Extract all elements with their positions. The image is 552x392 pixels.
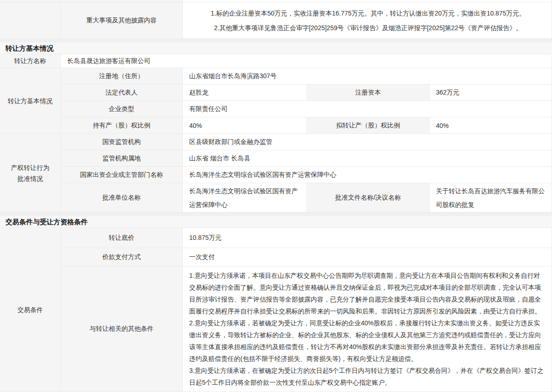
condition-clause-2: 2.意向受让方须承诺，若被确定为受让方，同意受让标的企业40%股权后，承接履行转… [189,317,545,365]
field-label: 转让方名称 [0,54,61,68]
group-label-spacer [0,2,61,39]
field-value: 关于转让长岛百达旅游汽车服务有限公司股权的批复 [430,183,552,212]
field-label: 转让底价 [61,228,183,248]
field-value: 长岛海洋生态文明综合试验区国有资产运营保障中心 [183,183,307,212]
field-label: 法定代表人 [61,85,183,101]
field-value: 40% [183,117,307,134]
field-value: 一次支付 [183,248,552,266]
field-label: 重大事项及其他披露内容 [61,2,183,39]
field-value: 362万元 [430,85,552,101]
section-transferor: 转让方基本情况 转让方名称 长岛县晟达旅游客运有限公司 转让方基本情况 注册地（… [0,42,552,212]
table-row: 持有产（股）权比例 40% 拟转让产（股）权比例 40% [61,117,552,134]
table-row: 注册地（住所） 山东省烟台市长岛海滨路307号 [61,68,552,85]
field-value: 长岛海洋生态文明综合试验区国有资产运营保障中心 [183,167,552,183]
section-divider [0,39,552,42]
field-label: 国资监管机构 [61,134,183,150]
field-label: 批准文件名称/决议名称 [307,183,430,212]
section-title: 转让方基本情况 [0,42,552,54]
disclosure-line-2: 2.其他重大事项详见鲁浩正会审字[2025]259号《审计报告》及烟浩正评报字[… [214,21,522,35]
group-label: 交易条件 [0,228,61,392]
transferor-basic-group: 转让方基本情况 注册地（住所） 山东省烟台市长岛海滨路307号 法定代表人 赵胜… [0,68,552,134]
section-divider [0,212,552,216]
field-label: 持有产（股）权比例 [61,117,183,134]
table-row: 重大事项及其他披露内容 1.标的企业注册资本50万元，实收注册资本16.775万… [0,2,552,39]
field-label: 批准单位名称 [61,183,183,212]
table-row: 转让方名称 长岛县晟达旅游客运有限公司 [0,54,552,68]
table-row: 国资监管机构 区县级财政部门或金融办监管 [61,134,552,150]
table-row: 企业类型 有限责任公司 [61,101,552,117]
condition-clause-1: 1.意向受让方须承诺，本项目在山东产权交易中心公告期即为尽职调查期，意向受让方在… [189,270,545,317]
table-row: 批准单位名称 长岛海洋生态文明综合试验区国有资产运营保障中心 批准文件名称/决议… [61,183,552,212]
field-label: 注册资本 [307,85,430,101]
table-row: 监管机构属地 山东省 烟台市 长岛县 [61,150,552,167]
section-deal-conditions: 交易条件与受让方资格条件 交易条件 转让底价 10.875万元 价款支付方式 一… [0,216,552,392]
field-label: 国家出资企业或主管部门名称 [61,167,183,183]
table-row: 转让底价 10.875万元 [61,228,552,248]
table-row: 国家出资企业或主管部门名称 长岛海洋生态文明综合试验区国有资产运营保障中心 [61,167,552,183]
field-label: 拟转让产（股）权比例 [307,117,430,134]
field-value: 山东省烟台市长岛海滨路307号 [183,68,552,85]
field-label: 企业类型 [61,101,183,117]
field-value: 10.875万元 [183,228,552,248]
section-title: 交易条件与受让方资格条件 [0,216,552,228]
field-value: 长岛县晟达旅游客运有限公司 [61,54,552,68]
field-value: 有限责任公司 [183,101,552,117]
section-disclosure: 重大事项及其他披露内容 1.标的企业注册资本50万元，实收注册资本16.775万… [0,0,552,39]
disclosure-line-1: 1.标的企业注册资本50万元，实收注册资本16.775万元。其中，转让方认缴出资… [211,6,525,21]
field-value: 40% [430,117,552,134]
field-label: 与转让相关的其他条件 [61,266,183,392]
approval-group: 产权转让行为 批准情况 国资监管机构 区县级财政部门或金融办监管 监管机构属地 … [0,134,552,212]
group-label: 转让方基本情况 [0,68,61,134]
field-label: 监管机构属地 [61,150,183,167]
group-label: 产权转让行为 批准情况 [0,134,61,212]
table-row: 法定代表人 赵胜龙 注册资本 362万元 [61,85,552,101]
field-value: 赵胜龙 [183,85,307,101]
listing-page: { "colors": { "page_bg": "#f0f0f0", "lab… [0,0,552,392]
group-label-line-1: 产权转让行为 [11,162,49,173]
condition-clause-3: 3.意向受让方须承诺，在被确定为受让方的次日起5个工作日内与转让方签订《产权交易… [189,365,545,388]
field-label: 注册地（住所） [61,68,183,85]
field-value: 山东省 烟台市 长岛县 [183,150,552,167]
field-value: 1.意向受让方须承诺，本项目在山东产权交易中心公告期即为尽职调查期，意向受让方在… [183,266,552,392]
table-row: 价款支付方式 一次支付 [61,248,552,266]
field-value: 1.标的企业注册资本50万元，实收注册资本16.775万元。其中，转让方认缴出资… [183,2,552,39]
deal-group: 交易条件 转让底价 10.875万元 价款支付方式 一次支付 与转让相关的其他条… [0,228,552,392]
field-value: 区县级财政部门或金融办监管 [183,134,552,150]
field-label: 价款支付方式 [61,248,183,266]
table-row: 与转让相关的其他条件 1.意向受让方须承诺，本项目在山东产权交易中心公告期即为尽… [61,266,552,392]
group-label-line-2: 批准情况 [17,173,43,184]
